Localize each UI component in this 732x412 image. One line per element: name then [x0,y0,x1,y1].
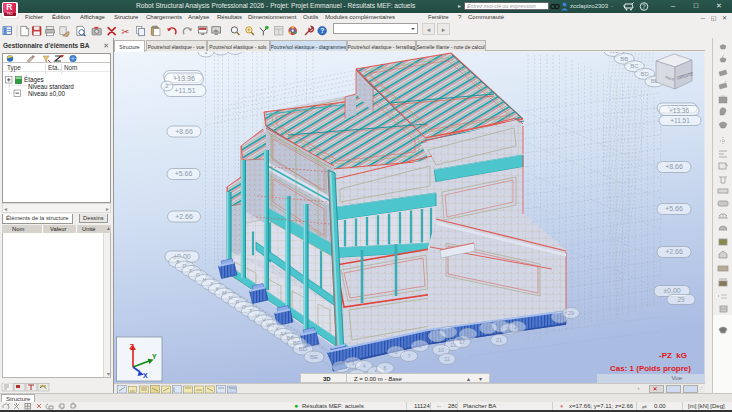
svg-text:BE: BE [310,354,318,360]
svg-text:Z: Z [130,343,135,350]
svg-text:+13.36: +13.36 [669,107,689,114]
svg-text:21: 21 [496,337,502,343]
svg-text:24: 24 [514,324,520,330]
svg-text:11: 11 [444,356,450,362]
svg-text:+2.66: +2.66 [175,213,193,220]
svg-text:28: 28 [557,314,563,320]
svg-text:9: 9 [418,343,421,349]
svg-text:BB: BB [620,56,628,62]
svg-text:?: ? [642,3,646,10]
svg-text:-PZ kG: -PZ kG [659,351,687,360]
svg-text:+13.36: +13.36 [173,75,195,82]
svg-text:10: 10 [438,347,444,353]
svg-text:6: 6 [383,365,386,371]
svg-text:4: 4 [362,363,365,369]
svg-text:17: 17 [459,339,465,345]
svg-text:?: ? [320,27,324,34]
svg-text:7: 7 [407,353,410,359]
svg-text:+2.66: +2.66 [665,248,683,255]
svg-text:BD: BD [299,346,308,352]
svg-text:+5.66: +5.66 [175,170,193,177]
svg-text:+8.66: +8.66 [665,163,683,170]
svg-text:✂: ✂ [122,26,130,36]
svg-text:+8.66: +8.66 [175,128,193,135]
svg-text:20: 20 [485,325,491,331]
svg-text:18: 18 [445,329,451,335]
svg-text:X: X [143,372,148,379]
svg-text:8: 8 [394,349,397,355]
svg-text:Cas: 1 (Poids propre): Cas: 1 (Poids propre) [610,364,691,373]
svg-text:+5.66: +5.66 [665,205,683,212]
svg-text:1: 1 [339,364,342,370]
svg-text:15: 15 [465,331,471,337]
svg-text:+11.51: +11.51 [670,117,690,124]
svg-text:3: 3 [351,360,354,366]
svg-text:19: 19 [434,333,440,339]
svg-text:29: 29 [568,310,574,316]
svg-text:±0,00: ±0,00 [663,287,681,294]
svg-text:BD: BD [640,71,649,77]
svg-text:+11.51: +11.51 [174,87,195,94]
svg-text:Y: Y [152,353,157,360]
svg-text:29: 29 [677,296,685,303]
svg-text:BC: BC [630,63,639,69]
